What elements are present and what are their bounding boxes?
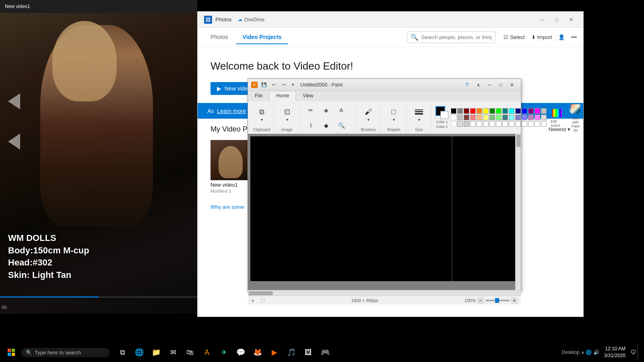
swatch-white9[interactable]: [509, 121, 514, 127]
swatch-lt-lime[interactable]: [496, 115, 502, 120]
tab-view[interactable]: View: [296, 91, 320, 101]
why-some-link[interactable]: Why are some: [211, 204, 244, 210]
taskbar-icon-edge[interactable]: 🌐: [131, 344, 147, 360]
edit-colors-button[interactable]: [551, 107, 564, 119]
tab-video-projects[interactable]: Video Projects: [236, 31, 288, 44]
network-icon[interactable]: 🌐: [586, 350, 592, 355]
eraser-button[interactable]: ⌇: [303, 118, 318, 133]
swatch-peach[interactable]: [477, 115, 482, 120]
swatch-lt-cyan[interactable]: [509, 115, 514, 120]
taskbar-icon-tripadvisor[interactable]: ✈: [216, 344, 232, 360]
fill-button[interactable]: ◈: [319, 103, 333, 117]
collapse-ribbon-button[interactable]: ∧: [473, 79, 484, 90]
undo-button[interactable]: ↩: [270, 81, 278, 89]
swatch-silver[interactable]: [541, 108, 547, 114]
taskbar-icon-music[interactable]: 🎵: [283, 344, 299, 360]
save-button[interactable]: 💾: [260, 81, 268, 89]
maximize-button[interactable]: □: [495, 79, 506, 90]
search-box[interactable]: 🔍: [407, 31, 495, 43]
chevron-up-icon[interactable]: ∧: [581, 350, 584, 355]
swatch-silver2[interactable]: [457, 115, 463, 120]
help-button[interactable]: ?: [461, 79, 473, 90]
swatch-lt-gray2[interactable]: [457, 121, 463, 127]
paint-hscrollbar[interactable]: [248, 290, 521, 296]
taskbar-search-box[interactable]: 🔍 Type here to search: [21, 348, 109, 357]
swatch-lime[interactable]: [496, 108, 502, 114]
scroll-thumb-horizontal[interactable]: [249, 291, 273, 295]
taskbar-icon-vlc[interactable]: ▶: [266, 344, 283, 360]
swatch-salmon[interactable]: [470, 115, 476, 120]
swatch-white3[interactable]: [470, 121, 476, 127]
close-button[interactable]: ✕: [506, 79, 518, 90]
minimize-button[interactable]: ─: [537, 14, 548, 25]
swatch-lt-blue[interactable]: [522, 115, 527, 120]
user-button[interactable]: 👤: [558, 34, 565, 40]
minimize-button[interactable]: ─: [484, 79, 495, 90]
swatch-teal[interactable]: [502, 108, 508, 114]
swatch-white6[interactable]: [489, 121, 495, 127]
show-desktop-button[interactable]: [638, 344, 641, 360]
clipboard-button[interactable]: ⧉ ▾: [253, 104, 270, 125]
taskbar-icon-discord[interactable]: 💬: [233, 344, 249, 360]
swatch-yellow[interactable]: [483, 108, 489, 114]
taskbar-icon-store[interactable]: 🛍: [182, 344, 198, 360]
zoom-slider[interactable]: [485, 300, 510, 301]
taskbar-icon-mail[interactable]: ✉: [165, 344, 181, 360]
taskbar-icon-amazon[interactable]: A: [199, 344, 215, 360]
zoom-in-button[interactable]: +: [511, 297, 518, 304]
tab-file[interactable]: File: [248, 91, 269, 101]
customize-qat-button[interactable]: ▾: [289, 81, 297, 89]
swatch-dk-teal[interactable]: [502, 115, 508, 120]
add-icon[interactable]: +: [251, 297, 254, 304]
swatch-white4[interactable]: [477, 121, 482, 127]
swatch-magenta[interactable]: [535, 108, 540, 114]
task-view-button[interactable]: ⧉: [114, 344, 130, 360]
swatch-navy[interactable]: [515, 108, 521, 114]
swatch-black[interactable]: [451, 108, 456, 114]
taskbar-icon-photos[interactable]: 🖼: [300, 344, 316, 360]
swatch-lt-magenta[interactable]: [535, 115, 540, 120]
swatch-gray[interactable]: [457, 108, 463, 114]
swatch-periwinkle[interactable]: [515, 115, 521, 120]
paint-canvas-area[interactable]: [248, 134, 515, 290]
more-options-button[interactable]: •••: [571, 34, 577, 40]
shapes-button[interactable]: □ ▾: [385, 104, 402, 125]
image-button[interactable]: ⊡ ▾: [278, 104, 296, 125]
swatch-cyan[interactable]: [509, 108, 514, 114]
system-clock[interactable]: 12:10 AM 3/31/2020: [601, 346, 629, 359]
color2-swatch[interactable]: [440, 111, 448, 119]
redo-button[interactable]: ↪: [279, 81, 287, 89]
pencil-button[interactable]: ✏: [303, 103, 318, 117]
swatch-white13[interactable]: [535, 121, 540, 127]
swatch-white7[interactable]: [496, 121, 502, 127]
swatch-lt-gray3[interactable]: [464, 121, 469, 127]
swatch-green[interactable]: [489, 108, 495, 114]
zoom-out-button[interactable]: −: [477, 297, 484, 304]
video-progress-bar[interactable]: [0, 296, 197, 298]
swatch-lt-gray[interactable]: [541, 115, 547, 120]
import-button[interactable]: ⬇ Import: [531, 34, 552, 40]
learn-more-link[interactable]: Learn more: [217, 108, 246, 114]
notification-icon[interactable]: 🗨: [630, 349, 636, 356]
swatch-white2[interactable]: [451, 121, 456, 127]
vertical-scrollbar[interactable]: [515, 134, 521, 290]
taskbar-icon-explorer[interactable]: 📁: [148, 344, 164, 360]
close-button[interactable]: ✕: [566, 14, 577, 25]
swatch-lt-green[interactable]: [489, 115, 495, 120]
swatch-white12[interactable]: [528, 121, 534, 127]
taskbar-icon-game[interactable]: 🎮: [317, 344, 333, 360]
scroll-thumb-vertical[interactable]: [516, 135, 520, 147]
size-button[interactable]: ▾: [410, 104, 428, 125]
swatch-orange[interactable]: [477, 108, 482, 114]
swatch-white[interactable]: [451, 115, 456, 120]
edit-paint3d-button[interactable]: [569, 103, 582, 115]
swatch-white10[interactable]: [515, 121, 521, 127]
swatch-white14[interactable]: [541, 121, 547, 127]
swatch-white11[interactable]: [522, 121, 527, 127]
swatch-lt-yellow[interactable]: [483, 115, 489, 120]
start-button[interactable]: [3, 344, 19, 360]
swatch-purple[interactable]: [528, 108, 534, 114]
text-button[interactable]: A: [334, 103, 349, 117]
brushes-button[interactable]: 🖌 ▾: [359, 104, 377, 125]
picker-button[interactable]: ◆: [319, 118, 333, 133]
